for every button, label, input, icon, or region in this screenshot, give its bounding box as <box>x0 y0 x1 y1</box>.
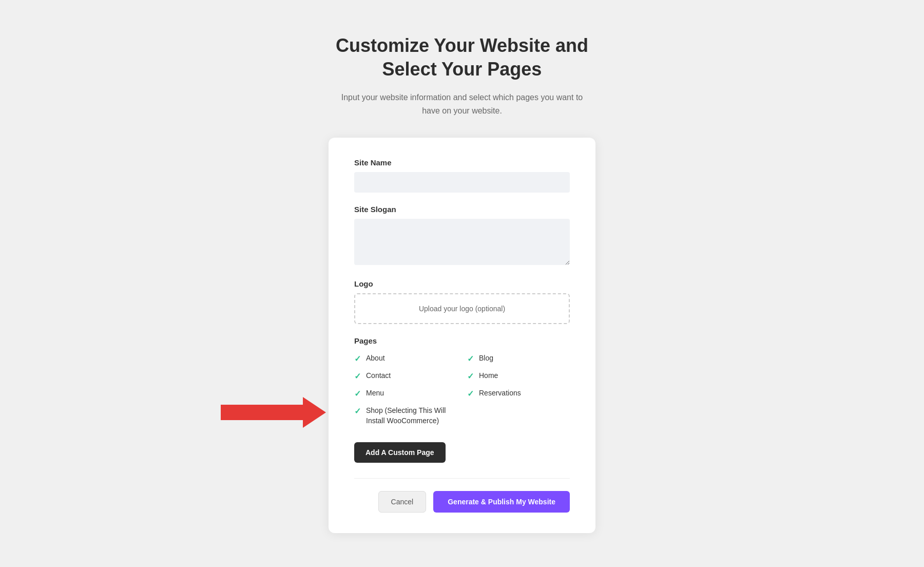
page-subtitle: Input your website information and selec… <box>334 91 590 117</box>
page-item-label-reservations: Reservations <box>479 388 521 399</box>
add-custom-page-button[interactable]: Add A Custom Page <box>354 442 446 463</box>
site-slogan-label: Site Slogan <box>354 205 570 214</box>
footer-buttons: Cancel Generate & Publish My Website <box>354 478 570 513</box>
page-item-label-shop: Shop (Selecting This Will Install WooCom… <box>366 406 457 426</box>
page-item-label-blog: Blog <box>479 353 493 364</box>
page-item-contact[interactable]: ✓ Contact <box>354 371 457 381</box>
page-item-reservations[interactable]: ✓ Reservations <box>467 388 570 399</box>
logo-upload-area[interactable]: Upload your logo (optional) <box>354 293 570 324</box>
page-item-about[interactable]: ✓ About <box>354 353 457 364</box>
page-item-label-menu: Menu <box>366 388 384 399</box>
page-item-menu[interactable]: ✓ Menu <box>354 388 457 399</box>
site-slogan-input[interactable] <box>354 219 570 265</box>
check-icon-reservations: ✓ <box>467 389 474 399</box>
pages-grid: ✓ About ✓ Blog ✓ Contact ✓ Home <box>354 353 570 429</box>
site-name-input[interactable] <box>354 172 570 193</box>
page-item-shop[interactable]: ✓ Shop (Selecting This Will Install WooC… <box>354 406 457 426</box>
check-icon-contact: ✓ <box>354 371 361 381</box>
publish-button[interactable]: Generate & Publish My Website <box>433 491 570 513</box>
site-name-label: Site Name <box>354 158 570 167</box>
page-item-blog[interactable]: ✓ Blog <box>467 353 570 364</box>
form-card: Site Name Site Slogan Logo Upload your l… <box>329 138 595 533</box>
page-item-label-about: About <box>366 353 385 364</box>
page-item-home[interactable]: ✓ Home <box>467 371 570 381</box>
page-item-label-contact: Contact <box>366 371 391 381</box>
pages-label: Pages <box>354 336 570 345</box>
page-item-label-home: Home <box>479 371 498 381</box>
page-wrapper: Customize Your Website and Select Your P… <box>0 13 924 554</box>
check-icon-menu: ✓ <box>354 389 361 399</box>
check-icon-about: ✓ <box>354 354 361 364</box>
check-icon-home: ✓ <box>467 371 474 381</box>
check-icon-shop: ✓ <box>354 406 361 416</box>
check-icon-blog: ✓ <box>467 354 474 364</box>
logo-label: Logo <box>354 279 570 288</box>
logo-upload-text: Upload your logo (optional) <box>419 305 505 313</box>
arrow-indicator <box>221 397 326 428</box>
page-title: Customize Your Website and Select Your P… <box>336 34 588 82</box>
cancel-button[interactable]: Cancel <box>378 491 427 513</box>
